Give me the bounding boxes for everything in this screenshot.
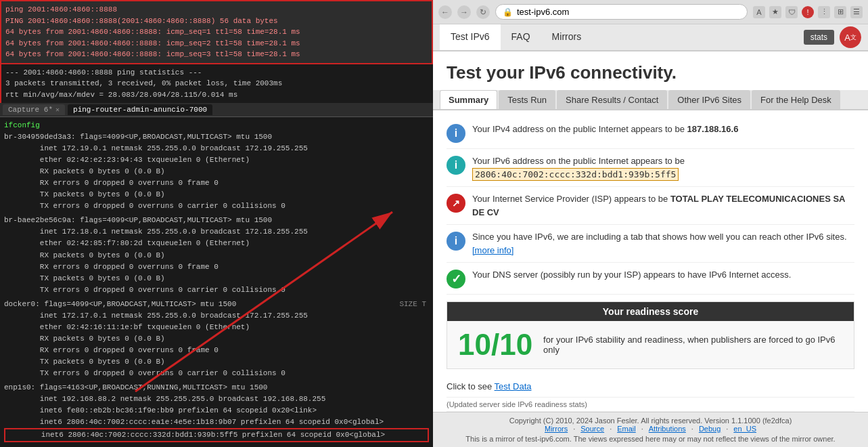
tab-ping-label: ping-router-admin-anuncio-7000: [73, 106, 207, 114]
test-data-link[interactable]: Test Data: [495, 381, 532, 391]
forward-button[interactable]: →: [457, 5, 471, 19]
browser-chrome: ← → ↻ 🔒 test-ipv6.com A ★ 🛡 ! ⋮ ⊞ ☰: [433, 0, 868, 24]
tab-capture[interactable]: Capture 6* ✕: [3, 104, 65, 115]
t-line-br2-rxerr: RX errors 0 dropped 0 overruns 0 frame 0: [4, 261, 429, 273]
footer-link-debug[interactable]: Debug: [699, 425, 721, 433]
site-nav: Test IPv6 FAQ Mirrors stats A文: [433, 24, 868, 51]
menu-icon[interactable]: ☰: [850, 6, 863, 18]
stats-button[interactable]: stats: [804, 30, 834, 45]
t-line-br1-inet: inet 172.19.0.1 netmask 255.255.0.0 broa…: [4, 143, 429, 154]
footer-link-source[interactable]: Source: [580, 425, 604, 433]
t-line-enp-inet: inet 192.168.88.2 netmask 255.255.255.0 …: [4, 393, 429, 405]
t-line-docker-flags: docker0: flags=4099<UP,BROADCAST,MULTICA…: [4, 299, 429, 310]
main-content: i Your IPv4 address on the public Intern…: [433, 110, 868, 412]
translate-widget[interactable]: A文: [840, 26, 861, 48]
nav-mirrors[interactable]: Mirrors: [541, 24, 593, 50]
stats-line-3: rtt min/avg/max/mdev = 28.083/28.094/28.…: [5, 89, 429, 101]
score-number: 10/10: [458, 328, 532, 362]
test-data-text: Click to see: [447, 381, 495, 391]
t-line-br2-ether: ether 02:42:85:f7:80:2d txqueuelen 0 (Et…: [4, 238, 429, 249]
info-text-isp: Your Internet Service Provider (ISP) app…: [472, 192, 854, 219]
browser-icons: A ★ 🛡 ! ⋮ ⊞ ☰: [753, 6, 863, 18]
ping-line-5: 64 bytes from 2001:4860:4860::8888: icmp…: [5, 49, 428, 60]
info-row-moreinfo: i Since you have IPv6, we are including …: [447, 225, 854, 263]
info-icon-isp: ↗: [447, 194, 465, 213]
reload-button[interactable]: ↻: [476, 5, 490, 19]
t-line-br1-ether: ether 02:42:e2:23:94:43 txqueuelen 0 (Et…: [4, 154, 429, 166]
translate-icon[interactable]: A: [753, 6, 765, 18]
footer-link-email[interactable]: Email: [617, 425, 636, 433]
more-info-link[interactable]: [more info]: [472, 245, 513, 255]
browser-toolbar: ← → ↻ 🔒 test-ipv6.com A ★ 🛡 ! ⋮ ⊞ ☰: [433, 0, 868, 24]
t-line-enp-inet6-global1: inet6 2806:40c:7002:cccc:ea1e:4e5e:1b18:…: [4, 417, 429, 428]
updated-note: (Updated server side IPv6 readiness stat…: [447, 397, 854, 411]
tab-capture-close[interactable]: ✕: [55, 106, 60, 114]
tab-other-ipv6[interactable]: Other IPv6 Sites: [668, 90, 750, 109]
tab-summary[interactable]: Summary: [440, 90, 497, 109]
t-line-docker-ether: ether 02:42:16:11:1e:bf txqueuelen 0 (Et…: [4, 322, 429, 333]
stats-line-2: 3 packets transmitted, 3 received, 0% pa…: [5, 78, 429, 89]
footer-link-mirrors[interactable]: Mirrors: [545, 425, 568, 433]
terminal-body: ifconfig br-304959ded3a3: flags=4099<UP,…: [0, 117, 433, 442]
terminal-tabs[interactable]: Capture 6* ✕ ping-router-admin-anuncio-7…: [0, 103, 433, 117]
more-icon[interactable]: ⋮: [818, 6, 830, 18]
info-text-ipv4: Your IPv4 address on the public Internet…: [472, 123, 738, 136]
score-description: for your IPv6 stability and readiness, w…: [543, 335, 843, 355]
terminal-lines: ifconfig br-304959ded3a3: flags=4099<UP,…: [4, 120, 429, 442]
t-line-br2-inet: inet 172.18.0.1 netmask 255.255.0.0 broa…: [4, 226, 429, 238]
info-icon-ipv4: i: [447, 124, 465, 143]
info-row-dns: ✓ Your DNS server (possibly run by your …: [447, 263, 854, 295]
extension-icon1[interactable]: 🛡: [785, 6, 798, 18]
info-row-isp: ↗ Your Internet Service Provider (ISP) a…: [447, 187, 854, 225]
t-line-br1-flags: br-304959ded3a3: flags=4099<UP,BROADCAST…: [4, 131, 429, 143]
footer-link-attributions[interactable]: Attributions: [649, 425, 686, 433]
nav-faq[interactable]: FAQ: [501, 24, 541, 50]
back-button[interactable]: ←: [438, 5, 452, 19]
info-text-ipv6: Your IPv6 address on the public Internet…: [472, 154, 854, 181]
ipv6-address: 2806:40c:7002:cccc:332d:bdd1:939b:5ff5: [472, 168, 679, 181]
t-line-docker-txerr: TX errors 0 dropped 0 overruns 0 carrier…: [4, 368, 429, 379]
score-header: Your readiness score: [447, 302, 854, 321]
info-icon-ipv6: i: [447, 156, 465, 175]
info-row-ipv6: i Your IPv6 address on the public Intern…: [447, 149, 854, 187]
tab-tests-run[interactable]: Tests Run: [499, 90, 555, 109]
ping-output-box: ping 2001:4860:4860::8888 PING 2001:4860…: [0, 0, 433, 64]
stats-line-1: --- 2001:4860:4860::8888 ping statistics…: [5, 67, 429, 79]
info-icon-dns: ✓: [447, 270, 465, 289]
copyright-text: Copyright (C) 2010, 2024 Jason Fesler. A…: [440, 417, 861, 425]
ping-line-2: PING 2001:4860:4860::8888(2001:4860:4860…: [5, 16, 428, 27]
t-line-ifconfig: ifconfig: [4, 120, 429, 131]
footer-lang[interactable]: en_US: [733, 425, 756, 433]
tab-help-desk[interactable]: For the Help Desk: [752, 90, 840, 109]
nav-test-ipv6[interactable]: Test IPv6: [440, 24, 501, 50]
info-icon-moreinfo: i: [447, 232, 465, 251]
ping-stats-block: --- 2001:4860:4860::8888 ping statistics…: [0, 64, 433, 104]
t-line-br2-txerr: TX errors 0 dropped 0 overruns 0 carrier…: [4, 284, 429, 296]
website-content: Test IPv6 FAQ Mirrors stats A文 Test your…: [433, 24, 868, 447]
t-line-docker-tx: TX packets 0 bytes 0 (0.0 B): [4, 356, 429, 368]
t-line-br1-rxerr: RX errors 0 dropped 0 overruns 0 frame 0: [4, 177, 429, 189]
t-line-br2-tx: TX packets 0 bytes 0 (0.0 B): [4, 273, 429, 284]
extension-icon2[interactable]: !: [802, 6, 814, 18]
info-text-dns: Your DNS server (possibly run by your IS…: [472, 268, 791, 282]
grid-icon[interactable]: ⊞: [834, 6, 846, 18]
t-line-br1-txerr: TX errors 0 dropped 0 overruns 0 carrier…: [4, 200, 429, 212]
ping-line-3: 64 bytes from 2001:4860:4860::8888: icmp…: [5, 26, 428, 38]
score-section: Your readiness score 10/10 for your IPv6…: [447, 301, 854, 369]
t-line-br1-tx: TX packets 0 bytes 0 (0.0 B): [4, 189, 429, 200]
footer-links: Mirrors · Source · Email · Attributions …: [440, 425, 861, 433]
address-bar[interactable]: 🔒 test-ipv6.com: [495, 4, 748, 20]
tab-ping[interactable]: ping-router-admin-anuncio-7000: [68, 104, 212, 115]
score-body: 10/10 for your IPv6 stability and readin…: [447, 321, 854, 368]
tab-capture-label: Capture 6*: [8, 106, 53, 114]
browser-panel: ← → ↻ 🔒 test-ipv6.com A ★ 🛡 ! ⋮ ⊞ ☰ Test…: [433, 0, 868, 447]
ping-line-4: 64 bytes from 2001:4860:4860::8888: icmp…: [5, 38, 428, 49]
ping-line-1: ping 2001:4860:4860::8888: [5, 4, 428, 16]
t-line-enp-flags: enp1s0: flags=4163<UP,BROADCAST,RUNNING,…: [4, 382, 429, 393]
content-tabs: Summary Tests Run Share Results / Contac…: [433, 90, 868, 110]
footer-mirror-note: This is a mirror of test-ipv6.com. The v…: [440, 435, 861, 443]
t-line-enp-inet6-global2: inet6 2806:40c:7002:cccc:332d:bdd1:939b:…: [4, 428, 429, 442]
site-footer: Copyright (C) 2010, 2024 Jason Fesler. A…: [433, 412, 868, 447]
bookmark-icon[interactable]: ★: [769, 6, 781, 18]
tab-share-results[interactable]: Share Results / Contact: [557, 90, 667, 109]
